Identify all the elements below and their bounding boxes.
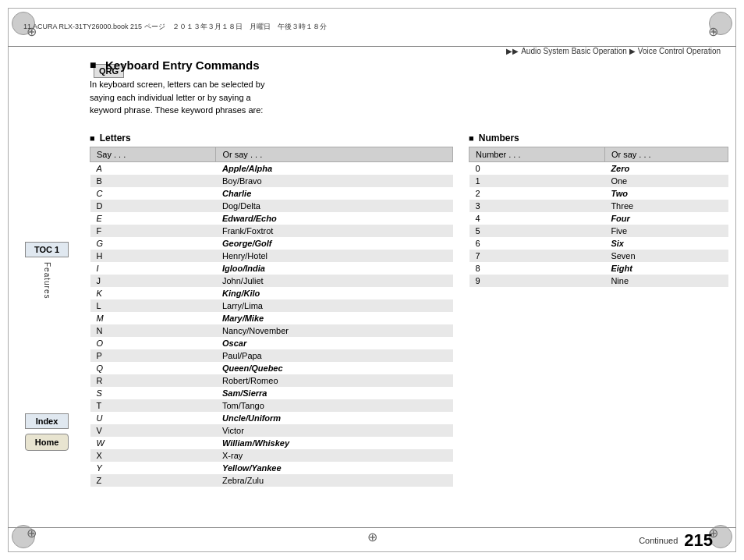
letter-cell: N	[90, 324, 216, 337]
phrase-cell: Edward/Echo	[216, 212, 453, 225]
letter-cell: A	[90, 161, 216, 175]
table-row: AApple/Alpha	[90, 161, 453, 175]
word-cell: Nine	[604, 275, 728, 287]
word-cell: Two	[604, 187, 728, 200]
phrase-cell: Boy/Bravo	[216, 175, 453, 187]
table-row: QQueen/Quebec	[90, 362, 453, 374]
number-cell: 1	[469, 175, 605, 187]
phrase-cell: Nancy/November	[216, 324, 453, 337]
table-row: 6Six	[469, 237, 728, 250]
letter-cell: J	[90, 275, 216, 287]
phrase-cell: Oscar	[216, 337, 453, 349]
word-cell: Seven	[604, 250, 728, 262]
toc-area: TOC 1 Features	[8, 242, 86, 299]
table-row: UUncle/Uniform	[90, 412, 453, 424]
table-row: 5Five	[469, 225, 728, 237]
phrase-cell: Igloo/India	[216, 262, 453, 275]
letter-cell: V	[90, 424, 216, 437]
toc-button[interactable]: TOC 1	[25, 242, 69, 257]
table-row: FFrank/Foxtrot	[90, 225, 453, 237]
numbers-column: Numbers Number . . . Or say . . . 0Zero1…	[469, 133, 728, 487]
letter-cell: U	[90, 412, 216, 424]
word-cell: Four	[604, 212, 728, 225]
letter-cell: D	[90, 200, 216, 212]
table-row: 8Eight	[469, 262, 728, 275]
letter-cell: B	[90, 175, 216, 187]
header-japanese-text: 11 ACURA RLX-31TY26000.book 215 ページ ２０１３…	[23, 22, 721, 32]
letters-col2-header: Or say . . .	[216, 147, 453, 161]
phrase-cell: Sam/Sierra	[216, 387, 453, 399]
letter-cell: P	[90, 349, 216, 362]
table-row: NNancy/November	[90, 324, 453, 337]
crosshair-bottom: ⊕	[364, 529, 380, 544]
letter-cell: S	[90, 387, 216, 399]
number-cell: 4	[469, 212, 605, 225]
phrase-cell: Mary/Mike	[216, 312, 453, 324]
table-row: MMary/Mike	[90, 312, 453, 324]
letter-cell: F	[90, 225, 216, 237]
table-row: 7Seven	[469, 250, 728, 262]
letter-cell: Q	[90, 362, 216, 374]
continued-label: Continued	[639, 536, 678, 545]
phrase-cell: Robert/Romeo	[216, 374, 453, 387]
phrase-cell: Tom/Tango	[216, 399, 453, 412]
letter-cell: C	[90, 187, 216, 200]
letters-table: Say . . . Or say . . . AApple/AlphaBBoy/…	[90, 147, 453, 487]
table-row: JJohn/Juliet	[90, 275, 453, 287]
phrase-cell: Zebra/Zulu	[216, 474, 453, 487]
phrase-cell: George/Golf	[216, 237, 453, 250]
breadcrumb-item-1: Audio System Basic Operation	[521, 47, 627, 55]
letters-col1-header: Say . . .	[90, 147, 216, 161]
table-row: IIgloo/India	[90, 262, 453, 275]
phrase-cell: Henry/Hotel	[216, 250, 453, 262]
letter-cell: X	[90, 449, 216, 462]
letter-cell: W	[90, 437, 216, 449]
table-row: 9Nine	[469, 275, 728, 287]
number-cell: 2	[469, 187, 605, 200]
home-button[interactable]: Home	[25, 434, 69, 451]
numbers-col2-header: Or say . . .	[604, 147, 728, 161]
breadcrumb: ▶▶ Audio System Basic Operation ▶ Voice …	[506, 47, 721, 55]
page-number: 215	[684, 530, 713, 551]
phrase-cell: William/Whiskey	[216, 437, 453, 449]
index-home-area: Index Home	[8, 413, 86, 451]
main-content: Keyboard Entry Commands In keyboard scre…	[90, 58, 728, 529]
letter-cell: K	[90, 287, 216, 299]
table-row: 3Three	[469, 200, 728, 212]
letter-cell: H	[90, 250, 216, 262]
phrase-cell: Dog/Delta	[216, 200, 453, 212]
table-row: HHenry/Hotel	[90, 250, 453, 262]
phrase-cell: Yellow/Yankee	[216, 462, 453, 474]
phrase-cell: X-ray	[216, 449, 453, 462]
letter-cell: R	[90, 374, 216, 387]
breadcrumb-item-2: Voice Control Operation	[638, 47, 721, 55]
phrase-cell: Uncle/Uniform	[216, 412, 453, 424]
phrase-cell: Frank/Foxtrot	[216, 225, 453, 237]
letter-cell: E	[90, 212, 216, 225]
breadcrumb-arrow-1: ▶▶	[506, 47, 519, 55]
phrase-cell: King/Kilo	[216, 287, 453, 299]
section-description: In keyboard screen, letters can be selec…	[90, 78, 269, 117]
letters-column: Letters Say . . . Or say . . . AApple/Al…	[90, 133, 453, 487]
letter-cell: T	[90, 399, 216, 412]
features-label: Features	[43, 262, 51, 299]
table-row: TTom/Tango	[90, 399, 453, 412]
table-row: YYellow/Yankee	[90, 462, 453, 474]
table-row: EEdward/Echo	[90, 212, 453, 225]
numbers-table: Number . . . Or say . . . 0Zero1One2Two3…	[469, 147, 728, 287]
number-cell: 6	[469, 237, 605, 250]
number-cell: 9	[469, 275, 605, 287]
table-row: WWilliam/Whiskey	[90, 437, 453, 449]
phrase-cell: Victor	[216, 424, 453, 437]
index-button[interactable]: Index	[25, 413, 69, 429]
number-cell: 5	[469, 225, 605, 237]
phrase-cell: Paul/Papa	[216, 349, 453, 362]
letter-cell: M	[90, 312, 216, 324]
table-row: XX-ray	[90, 449, 453, 462]
word-cell: Five	[604, 225, 728, 237]
numbers-header: Numbers	[469, 133, 728, 144]
table-row: SSam/Sierra	[90, 387, 453, 399]
table-row: KKing/Kilo	[90, 287, 453, 299]
letter-cell: Y	[90, 462, 216, 474]
letter-cell: O	[90, 337, 216, 349]
